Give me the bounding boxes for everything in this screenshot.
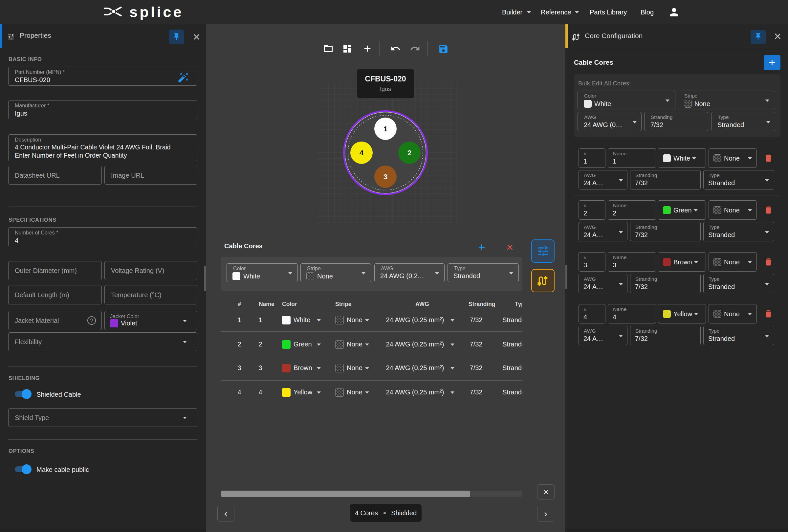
svg-text:4: 4 — [359, 149, 364, 157]
svg-text:2: 2 — [408, 149, 411, 157]
svg-text:3: 3 — [383, 173, 388, 181]
svg-text:1: 1 — [383, 125, 388, 133]
